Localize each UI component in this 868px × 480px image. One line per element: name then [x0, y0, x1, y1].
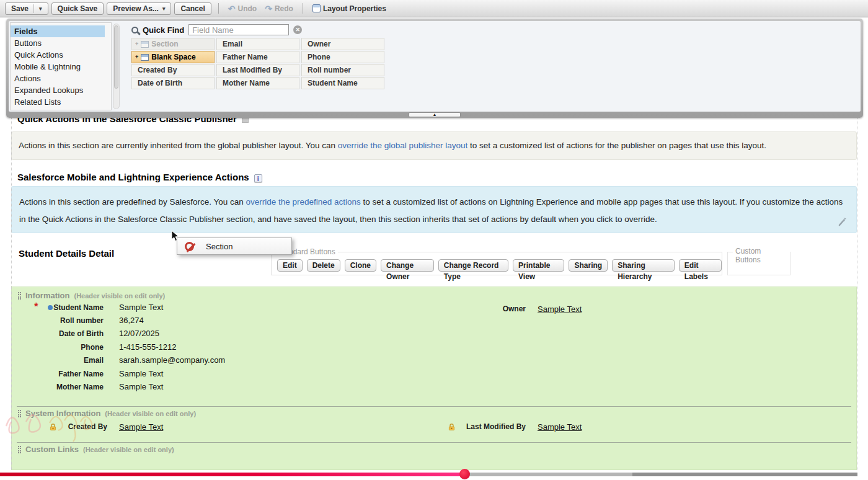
info-icon[interactable]: i	[254, 174, 262, 182]
palette-grid: + Section Email Owner + Blank Space Fath…	[131, 38, 384, 89]
sidebar-item-report-charts[interactable]: Report Charts	[11, 108, 105, 110]
edit-button[interactable]: Edit	[277, 259, 303, 272]
standard-buttons-fieldset: Standard Buttons Edit Delete Clone Chang…	[271, 252, 722, 275]
field-row[interactable]: Phone 1-415-555-1212	[24, 342, 177, 355]
sidebar-item-fields[interactable]: Fields	[11, 25, 105, 37]
drag-add-icon: +	[135, 54, 138, 60]
field-row[interactable]: Owner Sample Text	[445, 303, 582, 315]
undo-icon: ↶	[228, 4, 236, 13]
sidebar-item-related-lists[interactable]: Related Lists	[11, 96, 105, 108]
progress-bar-buffered[interactable]	[464, 473, 632, 476]
palette-panel: Fields Buttons Quick Actions Mobile & Li…	[6, 19, 863, 118]
field-row[interactable]: Student Name Sample Text	[24, 303, 163, 315]
toolbar-separator	[218, 3, 219, 14]
custom-links-section-header[interactable]: Custom Links (Header visible on edit onl…	[18, 445, 174, 454]
field-row[interactable]: Mother Name Sample Text	[24, 382, 163, 394]
sidebar-item-quick-actions[interactable]: Quick Actions	[11, 49, 105, 61]
palette-item-section[interactable]: + Section	[131, 38, 215, 50]
change-owner-button[interactable]: Change Owner	[381, 259, 434, 272]
palette-item-date-of-birth[interactable]: Date of Birth	[131, 77, 215, 89]
palette-item-email[interactable]: Email	[216, 38, 299, 50]
section-divider	[17, 406, 851, 407]
mobile-lightning-infobox: Actions in this section are predefined b…	[11, 186, 857, 233]
page-layout-canvas: Information (Header visible on edit only…	[11, 287, 857, 470]
lock-icon	[448, 423, 456, 431]
progress-bar-played[interactable]	[0, 473, 464, 476]
mouse-cursor-icon	[171, 230, 180, 242]
custom-buttons-fieldset: Custom Buttons	[727, 252, 790, 275]
section-element-icon	[141, 41, 149, 48]
dragged-section-element[interactable]: Section	[177, 238, 292, 255]
palette-item-father-name[interactable]: Father Name	[216, 51, 299, 63]
section-divider	[17, 442, 851, 443]
palette-item-blank-space[interactable]: + Blank Space	[131, 51, 215, 63]
printable-view-button[interactable]: Printable View	[513, 259, 564, 272]
video-watermark	[0, 398, 118, 445]
sidebar-item-expanded-lookups[interactable]: Expanded Lookups	[11, 84, 105, 96]
sidebar-scrollbar-thumb[interactable]	[114, 25, 118, 89]
delete-button[interactable]: Delete	[307, 259, 340, 272]
detail-section-heading: Student Details Detail	[19, 248, 114, 259]
palette-item-owner[interactable]: Owner	[301, 38, 384, 50]
palette-item-phone[interactable]: Phone	[301, 51, 384, 63]
change-record-type-button[interactable]: Change Record Type	[438, 259, 508, 272]
chevron-down-icon: ▾	[162, 6, 166, 12]
quick-find-input[interactable]	[188, 24, 289, 35]
chevron-down-icon: ▾	[39, 6, 42, 12]
quick-find-label: Quick Find	[143, 25, 184, 35]
layout-properties-icon	[312, 4, 321, 12]
section-note: (Header visible on edit only)	[74, 292, 166, 300]
layout-properties-button[interactable]: Layout Properties	[310, 2, 389, 15]
sidebar-scrollbar[interactable]	[113, 24, 120, 109]
drag-add-icon: +	[135, 41, 138, 47]
palette-item-student-name[interactable]: Student Name	[301, 77, 384, 89]
palette-sidebar: Fields Buttons Quick Actions Mobile & Li…	[10, 22, 112, 110]
save-button[interactable]: Save ▾	[5, 2, 48, 15]
field-row[interactable]: Last Modified By Sample Text	[448, 420, 582, 433]
progress-playhead[interactable]	[459, 469, 470, 479]
field-row[interactable]: Date of Birth 12/07/2025	[24, 329, 159, 341]
palette-item-mother-name[interactable]: Mother Name	[216, 77, 299, 89]
preview-as-button[interactable]: Preview As... ▾	[107, 2, 171, 15]
undo-button[interactable]: ↶ Undo	[226, 2, 259, 15]
field-row[interactable]: Roll number 36,274	[24, 316, 144, 328]
sharing-button[interactable]: Sharing	[569, 259, 608, 272]
wrench-icon[interactable]	[838, 216, 848, 226]
information-section-header[interactable]: Information (Header visible on edit only…	[18, 291, 165, 300]
redo-icon: ↷	[265, 4, 272, 13]
palette-panel-inner: Fields Buttons Quick Actions Mobile & Li…	[9, 21, 861, 112]
palette-collapse-handle[interactable]: ▲	[409, 112, 461, 117]
classic-publisher-infobox: Actions in this section are currently in…	[11, 131, 857, 160]
cancel-button[interactable]: Cancel	[174, 2, 211, 15]
sidebar-item-buttons[interactable]: Buttons	[11, 37, 105, 49]
clone-button[interactable]: Clone	[345, 259, 376, 272]
blank-space-element-icon	[141, 54, 149, 61]
mobile-lightning-heading: Salesforce Mobile and Lightning Experien…	[17, 172, 262, 182]
redo-button[interactable]: ↷ Redo	[262, 2, 296, 15]
canvas-right-edge	[857, 118, 857, 470]
clear-icon[interactable]: ✕	[293, 25, 302, 34]
edit-labels-button[interactable]: Edit Labels	[679, 259, 722, 272]
layout-editor-screen: Quick Actions in the Salesforce Classic …	[0, 0, 868, 480]
quick-save-button[interactable]: Quick Save	[51, 2, 104, 15]
standard-buttons-row: Edit Delete Clone Change Owner Change Re…	[277, 259, 722, 272]
progress-bar-remaining[interactable]	[632, 473, 857, 476]
palette-item-last-modified-by[interactable]: Last Modified By	[216, 64, 299, 76]
field-row[interactable]: Father Name Sample Text	[24, 369, 163, 381]
override-global-publisher-link[interactable]: override the global publisher layout	[338, 141, 467, 150]
layout-editor-toolbar: Save ▾ Quick Save Preview As... ▾ Cancel…	[0, 0, 868, 17]
drag-handle-icon[interactable]	[18, 446, 21, 453]
palette-item-created-by[interactable]: Created By	[131, 64, 215, 76]
drag-handle-icon[interactable]	[18, 292, 21, 300]
search-icon	[131, 27, 138, 33]
quick-find-bar: Quick Find ✕	[131, 23, 302, 37]
palette-item-roll-number[interactable]: Roll number	[301, 64, 384, 76]
toolbar-separator	[303, 3, 303, 14]
custom-buttons-legend: Custom Buttons	[733, 247, 790, 264]
field-row[interactable]: Email sarah.sample@company.com	[24, 355, 225, 368]
section-title: Information	[25, 291, 70, 300]
override-predefined-actions-link[interactable]: override the predefined actions	[246, 197, 360, 207]
no-drop-icon	[185, 242, 194, 251]
sidebar-item-mobile-lightning-actions[interactable]: Mobile & Lightning Actions	[11, 61, 105, 84]
sharing-hierarchy-button[interactable]: Sharing Hierarchy	[612, 259, 675, 272]
